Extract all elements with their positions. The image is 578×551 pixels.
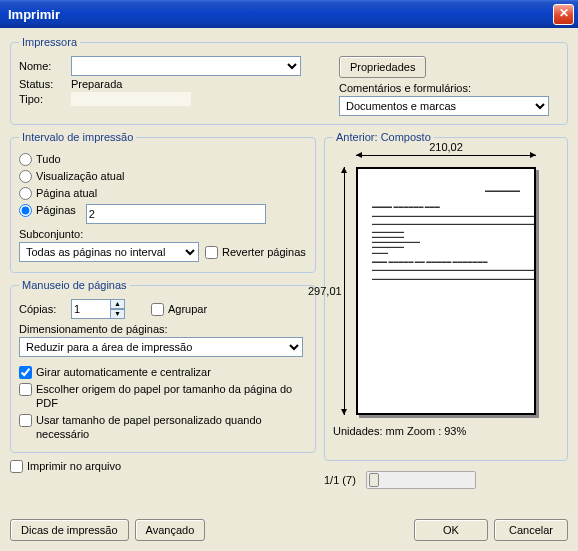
reverse-checkbox[interactable]: Reverter páginas bbox=[205, 245, 306, 259]
status-value: Preparada bbox=[71, 78, 122, 90]
page-preview: ▬▬▬▬▬▬▬ ▬▬▬▬ ▬▬▬▬▬▬ ▬▬▬ ▬▬▬▬▬▬▬▬▬▬▬▬▬▬▬▬… bbox=[356, 167, 536, 415]
copies-spinner[interactable]: ▲▼ bbox=[71, 299, 125, 319]
tips-button[interactable]: Dicas de impressão bbox=[10, 519, 129, 541]
advanced-button[interactable]: Avançado bbox=[135, 519, 206, 541]
radio-pages[interactable]: Páginas bbox=[19, 203, 307, 224]
scaling-label: Dimensionamento de páginas: bbox=[19, 323, 307, 335]
copies-label: Cópias: bbox=[19, 303, 65, 315]
titlebar: Imprimir ✕ bbox=[0, 0, 578, 28]
ok-button[interactable]: OK bbox=[414, 519, 488, 541]
printer-legend: Impressora bbox=[19, 36, 80, 48]
status-label: Status: bbox=[19, 78, 65, 90]
printer-name-select[interactable] bbox=[71, 56, 301, 76]
subset-select[interactable]: Todas as páginas no intervalo bbox=[19, 242, 199, 262]
auto-rotate-checkbox[interactable]: Girar automaticamente e centralizar bbox=[19, 365, 307, 379]
radio-current-view[interactable]: Visualização atual bbox=[19, 169, 307, 183]
collate-checkbox[interactable]: Agrupar bbox=[151, 302, 207, 316]
properties-button[interactable]: Propriedades bbox=[339, 56, 426, 78]
preview-group: Anterior: Composto 210,02 297,01 ▬▬▬▬▬▬▬… bbox=[324, 131, 568, 461]
custom-size-checkbox[interactable]: Usar tamanho de papel personalizado quan… bbox=[19, 413, 307, 441]
type-value bbox=[71, 92, 191, 106]
type-label: Tipo: bbox=[19, 93, 65, 105]
radio-current-page[interactable]: Página atual bbox=[19, 186, 307, 200]
handling-group: Manuseio de páginas Cópias: ▲▼ Agrupar D… bbox=[10, 279, 316, 453]
paper-source-checkbox[interactable]: Escolher origem do papel por tamanho da … bbox=[19, 382, 307, 410]
spin-down-icon[interactable]: ▼ bbox=[110, 309, 125, 319]
page-indicator: 1/1 (7) bbox=[324, 474, 356, 486]
slider-thumb-icon[interactable] bbox=[369, 473, 379, 487]
radio-all[interactable]: Tudo bbox=[19, 152, 307, 166]
print-to-file-checkbox[interactable]: Imprimir no arquivo bbox=[10, 459, 316, 473]
units-zoom-label: Unidades: mm Zoom : 93% bbox=[333, 425, 559, 437]
height-dim: 297,01 bbox=[308, 285, 342, 297]
width-dim: 210,02 bbox=[356, 141, 536, 153]
handling-legend: Manuseio de páginas bbox=[19, 279, 130, 291]
pages-input[interactable] bbox=[86, 204, 266, 224]
name-label: Nome: bbox=[19, 60, 65, 72]
spin-up-icon[interactable]: ▲ bbox=[110, 299, 125, 309]
range-legend: Intervalo de impressão bbox=[19, 131, 136, 143]
comments-label: Comentários e formulários: bbox=[339, 82, 559, 94]
width-arrow-icon bbox=[356, 155, 536, 156]
subset-label: Subconjunto: bbox=[19, 228, 307, 240]
height-arrow-icon bbox=[344, 167, 345, 415]
range-group: Intervalo de impressão Tudo Visualização… bbox=[10, 131, 316, 273]
cancel-button[interactable]: Cancelar bbox=[494, 519, 568, 541]
scaling-select[interactable]: Reduzir para a área de impressão bbox=[19, 337, 303, 357]
comments-select[interactable]: Documentos e marcas bbox=[339, 96, 549, 116]
page-slider[interactable] bbox=[366, 471, 476, 489]
printer-group: Impressora Nome: Status: Preparada Tipo: bbox=[10, 36, 568, 125]
close-icon[interactable]: ✕ bbox=[553, 4, 574, 25]
window-title: Imprimir bbox=[8, 7, 553, 22]
